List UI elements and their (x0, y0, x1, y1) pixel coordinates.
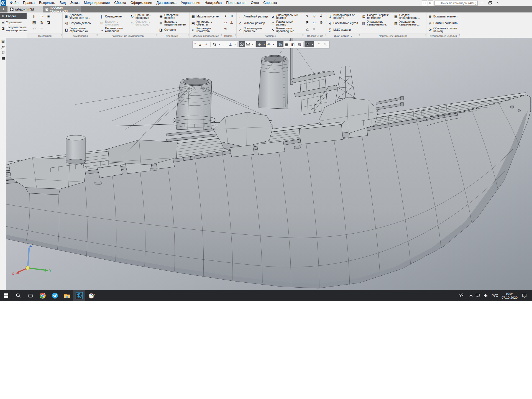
manage-specs-button[interactable]: ▦Управление связанными с... (393, 20, 426, 26)
placement-icon[interactable]: ⊿ (197, 41, 203, 47)
zoom-dropdown-icon[interactable]: ▼ (218, 41, 221, 47)
tray-expand-chevron-icon[interactable] (467, 290, 475, 301)
create-spec-button[interactable]: ▤Создать спецификаци... (393, 13, 426, 20)
mate-coincident-button[interactable]: ∥Совпадение (99, 13, 129, 20)
radial-dimension-button[interactable]: ⊙Радиальный размер (270, 20, 303, 26)
menu-help[interactable]: Справка (261, 0, 279, 6)
taskbar-search-icon[interactable] (12, 290, 24, 301)
hide-dropdown-icon[interactable]: ▼ (263, 41, 266, 47)
telegram-icon[interactable] (49, 290, 61, 301)
mark-pencil-icon[interactable]: ✎ (305, 13, 310, 19)
mark-flag-icon[interactable]: ⚑ (305, 19, 310, 26)
grid-display-icon[interactable]: ▦ (283, 41, 290, 47)
update-links-button[interactable]: ⟳Обновить ссылки на мод... (428, 26, 460, 33)
filter-objects-icon[interactable] (305, 41, 311, 47)
tab-close-icon[interactable]: × (77, 8, 79, 11)
interface-settings-icon[interactable] (428, 1, 433, 5)
angular-dimension-button[interactable]: ∠Угловой размер (238, 20, 269, 26)
network-tray-icon[interactable] (474, 290, 482, 301)
mark-slope-icon[interactable]: ∡ (319, 13, 323, 19)
mark-cone-icon[interactable]: △ (305, 26, 310, 32)
toolbar-drag-handle[interactable]: ⠿ (193, 43, 197, 46)
notification-center-icon[interactable] (519, 290, 529, 301)
chrome-icon[interactable] (37, 290, 49, 301)
manage-drawings-button[interactable]: ▥Управление связанными ч... (361, 20, 392, 26)
mark-datum-icon[interactable]: ▽ (312, 13, 316, 19)
viewport-canvas[interactable]: ⠿ ⊿ ⌖ ▼ ↑ ⊥ ▼ ▼ ⊘ (6, 38, 532, 290)
menu-edit[interactable]: Правка (21, 0, 37, 6)
mcx-model-button[interactable]: ∑МЦХ модели (328, 26, 360, 33)
print-preview-icon[interactable]: ◎ (38, 19, 45, 26)
save-document-icon[interactable]: ▣ (45, 13, 52, 19)
variables-panel-icon[interactable]: ƒx (0, 44, 6, 50)
orientation-axes-icon[interactable]: ⊥ (227, 41, 234, 47)
menu-settings[interactable]: Настройка (203, 0, 224, 6)
undo-icon[interactable]: ↶ (30, 26, 38, 32)
zoom-icon[interactable] (211, 41, 218, 47)
menu-modeling[interactable]: Моделирование (82, 0, 112, 6)
save-as-icon[interactable]: ◪ (45, 19, 52, 26)
menu-file[interactable]: Файл (8, 0, 21, 6)
place-derived-button[interactable]: ↘Разместить производные... (270, 26, 303, 33)
orientation-dropdown-icon[interactable]: ▼ (234, 41, 237, 47)
start-button[interactable] (0, 290, 12, 301)
file-explorer-icon[interactable] (61, 290, 73, 301)
object-info-button[interactable]: ℹИнформация об объекте (328, 13, 360, 20)
menu-assembly[interactable]: Сборка (112, 0, 128, 6)
find-replace-button[interactable]: ⇄Найти и заменить (428, 20, 460, 26)
distance-angle-button[interactable]: ∡Расстояние и угол (328, 20, 360, 26)
linear-dimension-button[interactable]: ↔Линейный размер (238, 13, 269, 20)
mark-plane-icon[interactable]: ▱ (312, 19, 316, 26)
open-document-icon[interactable]: ▭ (38, 13, 45, 19)
diametral-dimension-button[interactable]: ⌀Диаметральный размер (270, 13, 303, 20)
render-quality-icon[interactable]: ◧ (290, 41, 296, 47)
measure-icon[interactable]: ⊺ (316, 41, 322, 47)
panel-menu-icon[interactable] (0, 56, 6, 62)
aux-axis-icon[interactable]: ⌖ (223, 13, 228, 19)
task-view-icon[interactable] (24, 290, 37, 301)
redo-icon[interactable]: ↷ (38, 26, 45, 32)
mode-assembly[interactable]: ⊛Сборка (0, 13, 27, 19)
menu-management[interactable]: Управление (179, 0, 203, 6)
dimensions-scale-icon[interactable]: % (277, 41, 283, 47)
section-label-dropdown[interactable]: Операции▼⠿ (157, 34, 189, 38)
create-part-button[interactable]: ◱Создать деталь (64, 20, 97, 26)
mirror-component-button[interactable]: ◧Зеркальное отражение ко... (64, 26, 97, 33)
language-indicator[interactable]: РУС (490, 290, 500, 301)
kompas-taskbar-icon[interactable] (73, 290, 85, 301)
hide-objects-icon[interactable]: ⊘ (256, 41, 263, 47)
menu-styling[interactable]: Оформление (128, 0, 154, 6)
shaded-view-icon[interactable] (239, 41, 245, 47)
print-icon[interactable]: ▤ (30, 19, 38, 26)
view-style-dropdown-icon[interactable]: ▼ (251, 41, 254, 47)
show-dropdown-icon[interactable]: ▼ (272, 41, 275, 47)
menu-window[interactable]: Окно (249, 0, 261, 6)
derived-dimensions-button[interactable]: ⊿Производные размеры (238, 26, 269, 33)
people-tray-icon[interactable] (457, 290, 466, 301)
geometry-collection-button[interactable]: ⊛Коллекция геометрии (191, 26, 222, 33)
tree-panel-icon[interactable] (0, 50, 6, 56)
move-component-button[interactable]: ↔Переместить компонент (99, 26, 129, 33)
menu-applications[interactable]: Приложения (224, 0, 249, 6)
disable-fixation-button[interactable]: ⊘Отключить фиксацию (130, 20, 156, 26)
close-button[interactable]: × (494, 0, 501, 6)
new-tab-button[interactable]: + (0, 6, 7, 12)
scene-settings-icon[interactable]: ▧ (296, 41, 303, 47)
mark-target-icon[interactable]: ⊕ (319, 19, 323, 26)
tab-probnaya-sborka[interactable]: пробная Сборка.a3d × (43, 6, 81, 12)
filter-dropdown-icon[interactable]: ▼ (311, 41, 314, 47)
aux-cs-icon[interactable]: ⊥ (229, 19, 234, 26)
paint-icon[interactable] (85, 290, 98, 301)
cut-extrude-button[interactable]: ⊠Вырезать выдавливанием (158, 20, 189, 26)
copy-objects-button[interactable]: ▣Копировать объекты (191, 20, 222, 26)
grid-array-button[interactable]: ▦Массив по сетке (191, 13, 222, 20)
simple-hole-button[interactable]: ◉Отверстие простое (158, 13, 189, 20)
mode-management[interactable]: ▤Управление (0, 19, 27, 25)
menu-diagnostics[interactable]: Диагностика (154, 0, 179, 6)
aux-points-icon[interactable]: ⠶ (229, 13, 234, 19)
tab-gabarit[interactable]: габарит.m3d (7, 6, 43, 12)
volume-tray-icon[interactable] (482, 290, 490, 301)
restore-button[interactable] (486, 0, 493, 6)
command-search-input[interactable] (434, 1, 478, 6)
new-document-icon[interactable]: ▯ (30, 13, 38, 19)
